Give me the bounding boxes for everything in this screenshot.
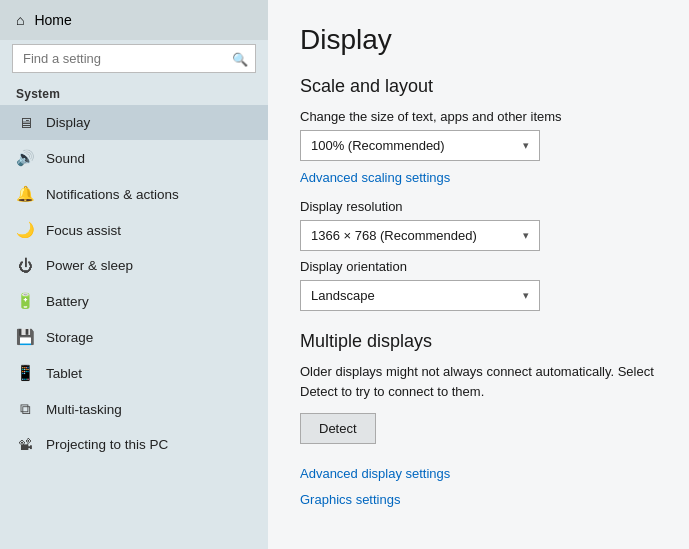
sidebar-item-label: Display: [46, 115, 90, 130]
sound-icon: 🔊: [16, 149, 34, 167]
orientation-dropdown-chevron: ▾: [523, 289, 529, 302]
sidebar-section-label: System: [0, 81, 268, 105]
multiple-displays-section: Multiple displays Older displays might n…: [300, 331, 657, 460]
sidebar-item-storage[interactable]: 💾 Storage: [0, 319, 268, 355]
sidebar-item-label: Battery: [46, 294, 89, 309]
scale-section-title: Scale and layout: [300, 76, 657, 97]
multiple-displays-title: Multiple displays: [300, 331, 657, 352]
sidebar-item-label: Multi-tasking: [46, 402, 122, 417]
multitasking-icon: ⧉: [16, 400, 34, 418]
search-input[interactable]: [12, 44, 256, 73]
sidebar-item-label: Notifications & actions: [46, 187, 179, 202]
sidebar: ⌂ Home 🔍 System 🖥 Display 🔊 Sound 🔔 Noti…: [0, 0, 268, 549]
sidebar-item-label: Focus assist: [46, 223, 121, 238]
power-icon: ⏻: [16, 257, 34, 274]
main-content: Display Scale and layout Change the size…: [268, 0, 689, 549]
battery-icon: 🔋: [16, 292, 34, 310]
search-icon: 🔍: [232, 51, 248, 66]
graphics-settings-link[interactable]: Graphics settings: [300, 492, 400, 507]
detect-button[interactable]: Detect: [300, 413, 376, 444]
search-container: 🔍: [12, 44, 256, 73]
sidebar-item-label: Storage: [46, 330, 93, 345]
resolution-dropdown[interactable]: 1366 × 768 (Recommended) ▾: [300, 220, 540, 251]
sidebar-item-label: Projecting to this PC: [46, 437, 168, 452]
sidebar-item-projecting[interactable]: 📽 Projecting to this PC: [0, 427, 268, 462]
orientation-label: Display orientation: [300, 259, 657, 274]
sidebar-item-label: Tablet: [46, 366, 82, 381]
sidebar-item-label: Sound: [46, 151, 85, 166]
scale-dropdown[interactable]: 100% (Recommended) ▾: [300, 130, 540, 161]
projecting-icon: 📽: [16, 436, 34, 453]
scale-dropdown-value: 100% (Recommended): [311, 138, 445, 153]
focus-icon: 🌙: [16, 221, 34, 239]
advanced-scaling-link[interactable]: Advanced scaling settings: [300, 170, 450, 185]
sidebar-item-multitasking[interactable]: ⧉ Multi-tasking: [0, 391, 268, 427]
resolution-label: Display resolution: [300, 199, 657, 214]
display-icon: 🖥: [16, 114, 34, 131]
home-label: Home: [34, 12, 71, 28]
sidebar-item-display[interactable]: 🖥 Display: [0, 105, 268, 140]
sidebar-item-notifications[interactable]: 🔔 Notifications & actions: [0, 176, 268, 212]
sidebar-item-sound[interactable]: 🔊 Sound: [0, 140, 268, 176]
multiple-displays-desc: Older displays might not always connect …: [300, 362, 657, 401]
page-title: Display: [300, 24, 657, 56]
sidebar-item-focus[interactable]: 🌙 Focus assist: [0, 212, 268, 248]
sidebar-item-tablet[interactable]: 📱 Tablet: [0, 355, 268, 391]
notifications-icon: 🔔: [16, 185, 34, 203]
sidebar-item-power[interactable]: ⏻ Power & sleep: [0, 248, 268, 283]
orientation-dropdown[interactable]: Landscape ▾: [300, 280, 540, 311]
resolution-dropdown-value: 1366 × 768 (Recommended): [311, 228, 477, 243]
advanced-display-link[interactable]: Advanced display settings: [300, 466, 657, 481]
orientation-dropdown-value: Landscape: [311, 288, 375, 303]
tablet-icon: 📱: [16, 364, 34, 382]
home-icon: ⌂: [16, 12, 24, 28]
resolution-dropdown-chevron: ▾: [523, 229, 529, 242]
sidebar-home-button[interactable]: ⌂ Home: [0, 0, 268, 40]
storage-icon: 💾: [16, 328, 34, 346]
scale-dropdown-chevron: ▾: [523, 139, 529, 152]
sidebar-item-label: Power & sleep: [46, 258, 133, 273]
sidebar-item-battery[interactable]: 🔋 Battery: [0, 283, 268, 319]
scale-label: Change the size of text, apps and other …: [300, 109, 657, 124]
